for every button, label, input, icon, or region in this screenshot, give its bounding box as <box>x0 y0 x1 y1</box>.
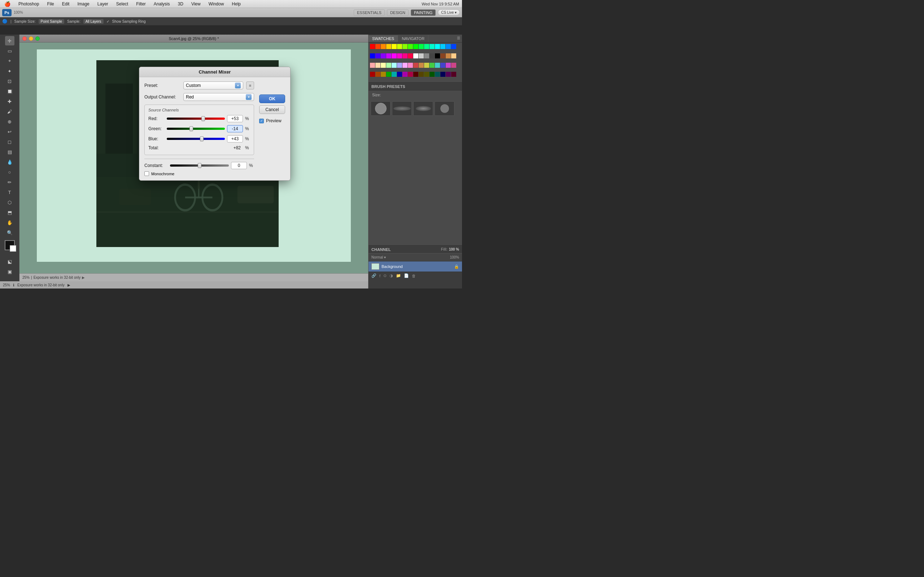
swatch-3-15[interactable] <box>451 72 456 77</box>
apple-menu[interactable]: 🍎 <box>3 0 12 8</box>
menu-help[interactable]: Help <box>230 1 242 7</box>
constant-slider-thumb[interactable] <box>198 163 201 168</box>
swatch-1-8[interactable] <box>413 53 418 58</box>
close-button[interactable] <box>23 36 27 41</box>
swatch-2-7[interactable] <box>408 63 413 68</box>
layers-option-normal[interactable]: Normal ▾ <box>372 255 386 259</box>
swatch-3-2[interactable] <box>381 72 386 77</box>
essentials-btn[interactable]: ESSENTIALS <box>354 10 385 16</box>
swatch-1-7[interactable] <box>408 53 413 58</box>
delete-layer-icon[interactable]: 🗑 <box>412 274 416 278</box>
folder-icon[interactable]: 📁 <box>396 273 401 278</box>
menu-layer[interactable]: Layer <box>96 1 110 7</box>
foreground-color[interactable] <box>5 240 15 250</box>
menu-file[interactable]: File <box>45 1 55 7</box>
green-value-input[interactable] <box>227 125 243 132</box>
swatch-3-0[interactable] <box>370 72 375 77</box>
constant-value-input[interactable] <box>231 162 247 169</box>
tool-crop[interactable]: ⊡ <box>5 76 15 86</box>
tool-path[interactable]: ✏ <box>5 177 15 187</box>
output-channel-select[interactable]: Red ▾ <box>183 93 254 101</box>
swatch-0-0[interactable] <box>370 44 375 49</box>
swatch-0-8[interactable] <box>413 44 418 49</box>
swatch-0-1[interactable] <box>375 44 380 49</box>
swatch-3-1[interactable] <box>375 72 380 77</box>
swatch-0-7[interactable] <box>408 44 413 49</box>
swatch-2-4[interactable] <box>392 63 397 68</box>
fx-icon[interactable]: f <box>380 274 380 278</box>
swatch-3-7[interactable] <box>408 72 413 77</box>
ok-button[interactable]: OK <box>259 95 285 103</box>
swatch-1-14[interactable] <box>446 53 451 58</box>
swatch-2-2[interactable] <box>381 63 386 68</box>
tool-select-rect[interactable]: ▭ <box>5 46 15 56</box>
swatch-3-9[interactable] <box>419 72 424 77</box>
status-arrow[interactable]: ▶ <box>82 276 85 279</box>
swatch-1-10[interactable] <box>424 53 429 58</box>
red-value-input[interactable] <box>227 115 243 122</box>
swatch-2-12[interactable] <box>435 63 440 68</box>
swatch-1-6[interactable] <box>402 53 407 58</box>
swatch-0-13[interactable] <box>440 44 446 49</box>
link-icon[interactable]: 🔗 <box>372 273 376 278</box>
swatch-0-11[interactable] <box>430 44 435 49</box>
swatch-3-4[interactable] <box>392 72 397 77</box>
tool-blur[interactable]: 💧 <box>5 157 15 167</box>
swatch-1-3[interactable] <box>386 53 391 58</box>
swatch-1-2[interactable] <box>381 53 386 58</box>
swatch-2-0[interactable] <box>370 63 375 68</box>
tool-healing[interactable]: ✚ <box>5 97 15 106</box>
swatch-1-0[interactable] <box>370 53 375 58</box>
preset-options-icon[interactable]: ≡ <box>246 82 254 89</box>
tool-text[interactable]: T <box>5 187 15 197</box>
painting-btn[interactable]: PAINTING <box>411 10 436 16</box>
swatch-0-6[interactable] <box>402 44 407 49</box>
status-play-btn[interactable]: ▶ <box>68 283 70 287</box>
brush-thumb-1[interactable] <box>371 102 391 116</box>
swatch-3-5[interactable] <box>397 72 402 77</box>
swatch-2-11[interactable] <box>430 63 435 68</box>
menu-photoshop[interactable]: Photoshop <box>17 1 40 7</box>
tool-history-brush[interactable]: ↩ <box>5 127 15 136</box>
blue-value-input[interactable] <box>227 135 243 142</box>
tool-brush[interactable]: 🖌 <box>5 107 15 116</box>
swatch-3-12[interactable] <box>435 72 440 77</box>
blue-slider[interactable] <box>167 138 225 140</box>
menu-view[interactable]: View <box>190 1 202 7</box>
tool-eraser[interactable]: ◻ <box>5 137 15 147</box>
swatch-2-6[interactable] <box>402 63 407 68</box>
menu-edit[interactable]: Edit <box>61 1 71 7</box>
menu-select[interactable]: Select <box>115 1 129 7</box>
swatch-3-6[interactable] <box>402 72 407 77</box>
swatch-2-10[interactable] <box>424 63 429 68</box>
monochrome-checkbox[interactable] <box>144 171 149 176</box>
swatch-0-9[interactable] <box>419 44 424 49</box>
tool-zoom[interactable]: 🔍 <box>5 228 15 237</box>
menu-3d[interactable]: 3D <box>176 1 185 7</box>
brush-thumb-3[interactable] <box>413 102 433 116</box>
swatch-1-12[interactable] <box>435 53 440 58</box>
swatch-0-12[interactable] <box>435 44 440 49</box>
tool-move[interactable]: ✛ <box>5 36 15 45</box>
swatch-3-10[interactable] <box>424 72 429 77</box>
menu-window[interactable]: Window <box>207 1 226 7</box>
menu-analysis[interactable]: Analysis <box>152 1 171 7</box>
green-slider-thumb[interactable] <box>189 126 193 131</box>
swatch-2-5[interactable] <box>397 63 402 68</box>
background-layer[interactable]: Background 🔒 <box>368 261 462 272</box>
tool-path-select[interactable]: ⬡ <box>5 198 15 207</box>
swatch-1-13[interactable] <box>440 53 446 58</box>
swatch-0-10[interactable] <box>424 44 429 49</box>
panel-menu-icon[interactable]: ☰ <box>457 36 462 41</box>
tab-navigator[interactable]: NAVIGATOR <box>398 35 428 42</box>
tab-swatches[interactable]: SWATCHES <box>368 35 398 42</box>
status-info-icon[interactable]: ℹ <box>13 283 15 287</box>
tool-shape[interactable]: ⬒ <box>5 208 15 217</box>
swatch-1-11[interactable] <box>430 53 435 58</box>
tool-clone-stamp[interactable]: ⊕ <box>5 117 15 126</box>
quick-mask[interactable]: ⬕ <box>5 257 15 266</box>
swatch-0-15[interactable] <box>451 44 456 49</box>
eyedropper-icon[interactable]: 🔵 <box>2 19 8 24</box>
swatch-0-3[interactable] <box>386 44 391 49</box>
menu-image[interactable]: Image <box>76 1 90 7</box>
